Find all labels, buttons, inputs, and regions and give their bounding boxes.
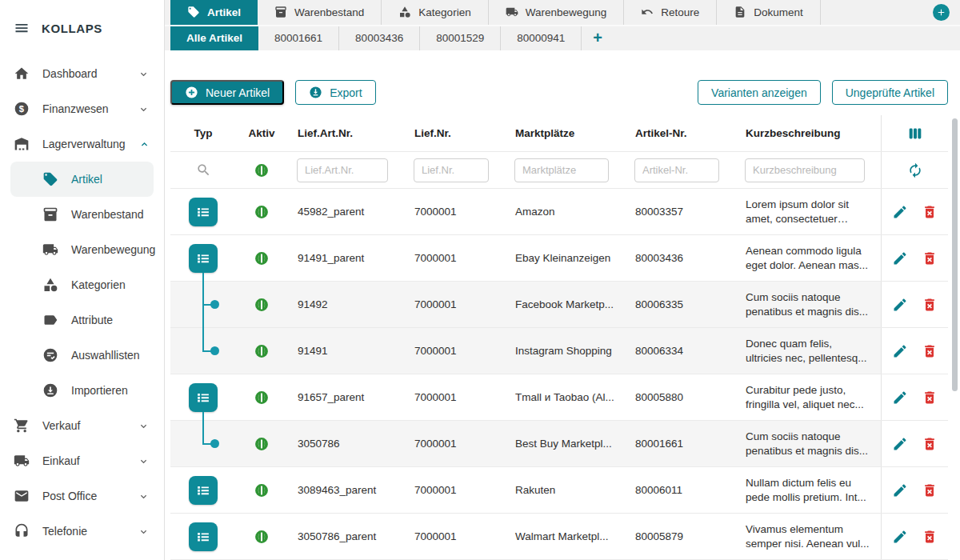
subtab-label: 80003436	[355, 32, 403, 44]
tab-dokument[interactable]: Dokument	[717, 0, 821, 25]
sidebar-item-warenbewegung[interactable]: Warenbewegung	[10, 232, 154, 267]
edit-pencil-icon[interactable]	[892, 343, 908, 359]
delete-trash-icon[interactable]	[922, 297, 938, 313]
active-icon[interactable]	[254, 250, 270, 266]
new-article-button[interactable]: Neuer Artikel	[170, 80, 284, 105]
active-icon[interactable]	[254, 390, 270, 406]
sidebar-item-dashboard[interactable]: Dashboard	[0, 56, 164, 91]
marktplaetze-cell: Ebay Kleinanzeigen	[505, 252, 625, 264]
subtab-80001661[interactable]: 80001661	[258, 26, 339, 50]
filter-cell	[505, 158, 625, 182]
lief-art-nr-cell: 91491_parent	[287, 252, 404, 264]
subtab-80003436[interactable]: 80003436	[339, 26, 420, 50]
search-icon[interactable]	[196, 162, 211, 178]
sidebar-item-verkauf[interactable]: Verkauf	[0, 408, 164, 443]
expand-variants-button[interactable]	[189, 244, 218, 273]
subtab-80001529[interactable]: 80001529	[420, 26, 501, 50]
subtab-80000941[interactable]: 80000941	[501, 26, 582, 50]
filter-input-lief-nr-[interactable]	[414, 158, 489, 182]
subtab-alle-artikel[interactable]: Alle Artikel	[170, 26, 258, 50]
column-header[interactable]: Lief.Nr.	[404, 127, 505, 139]
edit-pencil-icon[interactable]	[892, 390, 908, 406]
subtab-label: Alle Artikel	[186, 32, 242, 44]
chevron-down-icon	[138, 455, 150, 467]
filter-input-kurzbeschreibung[interactable]	[745, 158, 865, 182]
filter-input-marktpl-tze[interactable]	[514, 158, 609, 182]
table-row: 91491_parent 7000001 Ebay Kleinanzeigen …	[170, 235, 948, 282]
unchecked-articles-button[interactable]: Ungeprüfte Artikel	[832, 80, 948, 105]
column-header[interactable]: Artikel-Nr.	[625, 127, 735, 139]
expand-variants-button[interactable]	[189, 476, 218, 505]
tab-label: Artikel	[207, 6, 241, 18]
tab-kategorien[interactable]: Kategorien	[382, 0, 488, 25]
typ-cell	[170, 282, 236, 327]
edit-pencil-icon[interactable]	[892, 297, 908, 313]
edit-pencil-icon[interactable]	[892, 250, 908, 266]
edit-pencil-icon[interactable]	[892, 436, 908, 452]
cols-icon[interactable]	[906, 125, 924, 142]
primary-tabbar: Artikel Warenbestand Kategorien Warenbew…	[165, 0, 960, 26]
row-actions-cell	[881, 374, 948, 420]
typ-cell	[170, 467, 236, 513]
export-button[interactable]: Export	[295, 80, 375, 105]
edit-pencil-icon[interactable]	[892, 529, 908, 545]
vertical-scrollbar[interactable]	[952, 118, 958, 391]
column-header[interactable]: Typ	[170, 127, 236, 139]
refresh-icon[interactable]	[907, 162, 923, 178]
active-icon[interactable]	[254, 204, 270, 220]
sidebar-item-label: Warenbewegung	[71, 243, 155, 256]
filter-input-artikel-nr-[interactable]	[634, 158, 719, 182]
sidebar-item-lagerverwaltung[interactable]: Lagerverwaltung	[0, 126, 164, 162]
marktplaetze-cell: Facebook Marketp...	[505, 298, 625, 310]
tab-warenbestand[interactable]: Warenbestand	[258, 0, 382, 25]
sidebar-item-warenbestand[interactable]: Warenbestand	[10, 197, 154, 232]
show-variants-button[interactable]: Varianten anzeigen	[698, 80, 821, 105]
expand-variants-button[interactable]	[189, 522, 218, 551]
sidebar-item-artikel[interactable]: Artikel	[10, 162, 154, 197]
tab-retoure[interactable]: Retoure	[624, 0, 717, 25]
active-icon[interactable]	[254, 297, 270, 313]
active-icon[interactable]	[254, 436, 270, 452]
typ-cell	[170, 514, 236, 559]
delete-trash-icon[interactable]	[922, 529, 938, 545]
add-tab-button[interactable]	[933, 4, 950, 21]
sidebar-item-auswahllisten[interactable]: Auswahllisten	[10, 338, 154, 373]
expand-variants-button[interactable]	[189, 383, 218, 412]
sidebar-item-finanzwesen[interactable]: $ Finanzwesen	[0, 91, 164, 126]
artikel-nr-cell: 80005880	[625, 391, 735, 403]
column-header[interactable]: Marktplätze	[505, 127, 625, 139]
filter-input-lief-art-nr-[interactable]	[297, 158, 388, 182]
column-header[interactable]: Lief.Art.Nr.	[287, 127, 404, 139]
aktiv-cell	[236, 482, 287, 498]
delete-trash-icon[interactable]	[922, 250, 938, 266]
edit-pencil-icon[interactable]	[892, 204, 908, 220]
marktplaetze-cell: Walmart Marketpl...	[505, 530, 625, 542]
column-header[interactable]: Aktiv	[236, 127, 287, 139]
active-icon[interactable]	[254, 482, 270, 498]
active-icon[interactable]	[254, 343, 270, 359]
sidebar-item-attribute[interactable]: Attribute	[10, 302, 154, 338]
sidebar-item-einkauf[interactable]: Einkauf	[0, 443, 164, 478]
sidebar-item-label: Verkauf	[42, 419, 80, 432]
delete-trash-icon[interactable]	[922, 204, 938, 220]
sidebar-item-telefonie[interactable]: Telefonie	[0, 514, 164, 549]
tab-warenbewegung[interactable]: Warenbewegung	[489, 0, 625, 25]
sidebar-item-importieren[interactable]: Importieren	[10, 373, 154, 408]
table-row: 45982_parent 7000001 Amazon 80003357 Lor…	[170, 189, 948, 235]
sidebar-item-post-office[interactable]: Post Office	[0, 478, 164, 514]
marktplaetze-cell: Amazon	[505, 206, 625, 218]
tab-artikel[interactable]: Artikel	[170, 0, 258, 25]
truck-icon	[14, 453, 30, 469]
hamburger-menu-icon[interactable]	[14, 20, 30, 36]
add-subtab-button[interactable]: +	[582, 26, 614, 50]
delete-trash-icon[interactable]	[922, 343, 938, 359]
edit-pencil-icon[interactable]	[892, 482, 908, 498]
delete-trash-icon[interactable]	[922, 436, 938, 452]
sidebar-item-kategorien[interactable]: Kategorien	[10, 267, 154, 302]
delete-trash-icon[interactable]	[922, 390, 938, 406]
active-icon[interactable]	[254, 162, 270, 178]
column-header[interactable]: Kurzbeschreibung	[735, 127, 881, 139]
delete-trash-icon[interactable]	[922, 482, 938, 498]
active-icon[interactable]	[254, 529, 270, 545]
expand-variants-button[interactable]	[189, 198, 218, 226]
